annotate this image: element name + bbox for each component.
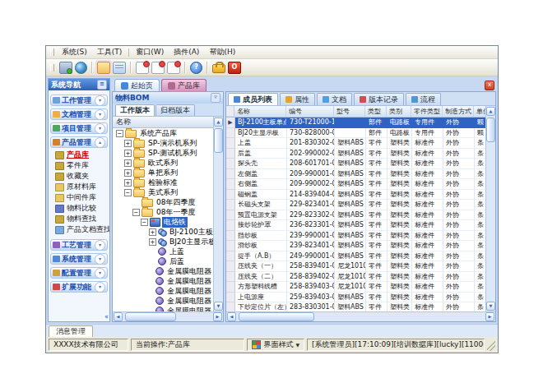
- expand-icon[interactable]: +: [124, 159, 132, 167]
- sidebar-item-原材料库[interactable]: 原材料库: [53, 182, 108, 192]
- table-row[interactable]: 右侧盖209-990002-01E塑料ABS零件塑料类标准件外协条: [226, 179, 485, 190]
- column-header-单位[interactable]: 单位: [474, 106, 485, 117]
- table-row[interactable]: 上电源座259-839403-00E塑料ABS零件塑料类标准件外协条: [226, 293, 485, 303]
- tree-horizontal-scrollbar[interactable]: ◀ ▶: [113, 311, 223, 321]
- chevron-down-icon[interactable]: ▾: [95, 268, 105, 279]
- tab-起始页[interactable]: 起始页: [114, 79, 160, 91]
- chevron-down-icon[interactable]: ▾: [95, 109, 105, 120]
- menu-item[interactable]: 帮助(H): [204, 47, 240, 58]
- report-delete-icon[interactable]: [167, 62, 180, 74]
- tab-message-manager[interactable]: 消息管理: [49, 325, 93, 337]
- column-header-零件类型[interactable]: 零件类型: [411, 106, 443, 117]
- sidebar-item-物料查找[interactable]: 物料查找: [53, 214, 108, 224]
- expand-icon[interactable]: +: [124, 179, 132, 187]
- sidebar-group-文档管理[interactable]: 文档管理▾: [50, 108, 108, 120]
- tab-属性[interactable]: 属性: [280, 93, 315, 105]
- ui-style-selector[interactable]: 界面样式 ▼: [247, 339, 304, 351]
- scroll-left-icon[interactable]: ◀: [114, 312, 123, 321]
- scroll-up-icon[interactable]: ▲: [214, 118, 223, 127]
- expand-icon[interactable]: +: [149, 238, 156, 246]
- table-row[interactable]: 后盖202-990002-01E塑料ABS零件塑料类标准件外协条: [226, 149, 485, 159]
- expand-icon[interactable]: +: [124, 140, 132, 147]
- tree-vertical-scrollbar[interactable]: ▲ ▼: [213, 117, 223, 311]
- collapse-icon[interactable]: −: [124, 189, 132, 196]
- tree-item-检验标准[interactable]: +检验标准: [113, 178, 213, 187]
- menu-grip[interactable]: [50, 48, 54, 56]
- sidebar-group-项目管理[interactable]: 项目管理▾: [50, 122, 108, 134]
- table-row[interactable]: 方形塑料线槽258-839403-00E尼龙1010零件塑料类标准件外协条: [226, 282, 485, 293]
- sidebar-group-配置管理[interactable]: 配置管理▾: [50, 267, 108, 279]
- tab-close-icon[interactable]: x: [485, 81, 494, 90]
- tree-item-08年一季度[interactable]: −08年一季度: [113, 207, 213, 217]
- table-row[interactable]: 压线夹（二）258-839402-00E尼龙1010零件塑料类标准件外协条: [226, 272, 485, 283]
- menu-item[interactable]: 工具(T): [92, 47, 128, 58]
- table-row[interactable]: 左侧盖209-990001-01E塑料ABS零件塑料类标准件外协条: [226, 169, 485, 180]
- chevron-up-icon[interactable]: ▴: [95, 137, 105, 148]
- table-horizontal-scrollbar[interactable]: ◀ ▶: [226, 311, 495, 321]
- menu-item[interactable]: 系统(S): [57, 47, 92, 58]
- expand-icon[interactable]: +: [149, 228, 156, 236]
- collapse-icon[interactable]: −: [141, 219, 148, 226]
- tree-item-SP-演示机系列[interactable]: +SP-演示机系列: [113, 138, 213, 148]
- tree-item-金属膜电阻器[interactable]: 金属膜电阻器: [113, 276, 213, 286]
- tree-item-单把系列[interactable]: +单把系列: [113, 168, 213, 178]
- table-row[interactable]: 下纱定位片（左）283-830301-00E塑料ABS零件塑料类标准件外协条: [226, 302, 485, 311]
- expand-icon[interactable]: +: [124, 169, 132, 177]
- toolbar-grip[interactable]: [50, 64, 54, 71]
- tree-item-BJ20主显示板[interactable]: +BJ20主显示板: [113, 237, 213, 247]
- chevron-down-icon[interactable]: ▾: [95, 123, 105, 134]
- table-row[interactable]: BJ20主显示板730-828000-04E部件电路板专用件外协颗: [226, 128, 485, 139]
- table-row[interactable]: 滑纱板239-823401-00E塑料ABS零件塑料类标准件外协条: [226, 241, 485, 251]
- scroll-down-icon[interactable]: ▼: [486, 302, 495, 311]
- report-view-icon[interactable]: [151, 62, 165, 74]
- tree-item-上盖[interactable]: 上盖: [113, 247, 213, 256]
- screen-icon[interactable]: [59, 62, 72, 74]
- collapse-icon[interactable]: −: [116, 130, 123, 137]
- tree-item-金属膜电阻器[interactable]: 金属膜电阻器: [113, 266, 213, 276]
- scroll-up-icon[interactable]: ▲: [486, 107, 495, 116]
- sidebar-group-系统管理[interactable]: 系统管理▾: [50, 253, 108, 265]
- sidebar-item-收藏夹[interactable]: 收藏夹: [53, 171, 108, 182]
- tree-scroll-thumb[interactable]: [214, 128, 223, 153]
- table-row[interactable]: 挡纱板239-990001-01E塑料ABS零件塑料类标准件外协条: [226, 231, 485, 242]
- collapse-icon[interactable]: −: [132, 209, 140, 216]
- table-row[interactable]: ▶BJ-2100主板单点730-T21000-12E部件电路板专用件外协颗: [226, 118, 485, 128]
- table-row[interactable]: 预置电源支架229-823302-00E塑料ABS零件塑料类标准件外协条: [226, 210, 485, 221]
- table-row[interactable]: 压线夹（一）258-839401-00E尼龙1010零件塑料类标准件外协条: [226, 261, 485, 272]
- table-row[interactable]: 长磁头支架229-823401-00E塑料ABS零件塑料类标准件外协条: [226, 200, 485, 210]
- sidebar-group-产品管理[interactable]: 产品管理▴: [50, 136, 108, 148]
- chevron-down-icon[interactable]: ▾: [95, 240, 105, 251]
- sidebar-item-产品文档查找[interactable]: 产品文档查找: [53, 224, 108, 235]
- column-header-制造方式[interactable]: 制造方式: [443, 106, 474, 117]
- table-row[interactable]: 接纱轮护罩236-823301-00E塑料ABS零件塑料类标准件外协条: [226, 220, 485, 231]
- table-row[interactable]: 磁钢盖214-839404-01E塑料ABS零件塑料类标准件外协条: [226, 190, 485, 201]
- tab-归档版本[interactable]: 归档版本: [155, 104, 195, 116]
- globe-icon[interactable]: [75, 62, 87, 74]
- column-header-型号[interactable]: 型号: [334, 106, 365, 117]
- tab-流程[interactable]: 流程: [406, 93, 441, 105]
- tree-item-BJ-2100主板单点[interactable]: +BJ-2100主板单点: [113, 227, 213, 237]
- tree-item-SP-测试机系列[interactable]: +SP-测试机系列: [113, 148, 213, 158]
- table-hscroll-thumb[interactable]: [239, 312, 314, 321]
- tab-版本记录[interactable]: 版本记录: [354, 93, 404, 105]
- scroll-right-icon[interactable]: ▶: [485, 312, 494, 321]
- tab-文档[interactable]: 文档: [317, 93, 352, 105]
- scroll-right-icon[interactable]: ▶: [213, 312, 222, 321]
- menu-item[interactable]: 窗口(W): [131, 47, 169, 58]
- tree-item-美式系列[interactable]: −美式系列: [113, 187, 213, 197]
- open-folder-icon[interactable]: [97, 62, 110, 74]
- chevron-down-icon[interactable]: ▾: [95, 95, 105, 106]
- column-header-类型[interactable]: 类型: [365, 106, 387, 117]
- table-row[interactable]: 上盖201-830302-00E塑料ABS零件塑料类标准件外协条: [226, 138, 485, 149]
- column-header-编号[interactable]: 编号: [286, 106, 334, 117]
- pin-icon[interactable]: ▿: [211, 93, 220, 103]
- expand-icon[interactable]: +: [124, 150, 132, 157]
- column-header-类别[interactable]: 类别: [387, 106, 411, 117]
- help-icon[interactable]: ?: [190, 62, 202, 74]
- tree-hscroll-thumb[interactable]: [125, 312, 176, 321]
- tree-item-金属膜电阻器[interactable]: 金属膜电阻器: [113, 306, 213, 311]
- scroll-down-icon[interactable]: ▼: [214, 302, 223, 311]
- layout-icon[interactable]: [113, 62, 126, 74]
- table-scroll-thumb[interactable]: [486, 118, 495, 142]
- scroll-left-icon[interactable]: ◀: [227, 312, 236, 321]
